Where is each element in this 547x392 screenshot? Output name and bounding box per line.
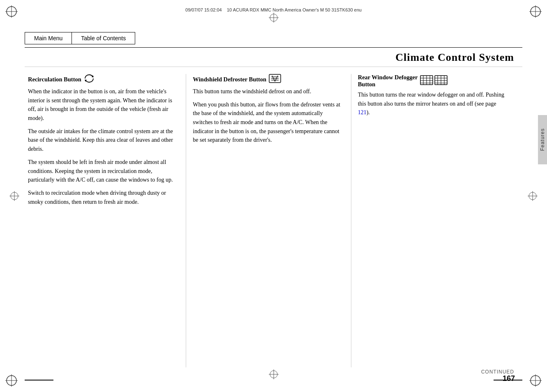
recirculation-para-1: When the indicator in the button is on, … (28, 87, 176, 123)
rear-defogger-para: This button turns the rear window defogg… (358, 90, 506, 117)
crosshair-bottom (268, 368, 280, 380)
recirculation-para-2: The outside air intakes for the climate … (28, 127, 176, 154)
title-rule (25, 67, 522, 67)
recirculation-para-4: Switch to recirculation mode when drivin… (28, 189, 176, 206)
rear-defogger-section: Rear Window Defogger Button (355, 74, 522, 367)
recirculation-title-text: Recirculation Button (28, 76, 81, 83)
crosshair-right (526, 190, 539, 202)
crosshair-left (8, 190, 21, 202)
features-tab: Features (538, 115, 547, 164)
crosshair-top (268, 12, 280, 24)
main-menu-button[interactable]: Main Menu (25, 32, 72, 44)
recirculation-icon (84, 74, 95, 85)
bottom-rule-left (25, 380, 53, 380)
corner-mark-tl (3, 3, 20, 20)
page-number: 167 (503, 374, 515, 383)
recirculation-title: Recirculation Button (28, 74, 176, 85)
corner-mark-tr (527, 3, 544, 20)
rear-defogger-title-line2: Button (358, 81, 418, 88)
features-tab-label: Features (540, 128, 545, 151)
content-area: Recirculation Button When the indicator … (25, 74, 522, 367)
rear-defogger-icon (420, 75, 448, 85)
windshield-defroster-section: Windshield Defroster Button This button … (189, 74, 351, 367)
continued-label: CONTINUED (481, 369, 514, 375)
recirculation-section: Recirculation Button When the indicator … (25, 74, 186, 367)
recirculation-para-3: The system should be left in fresh air m… (28, 158, 176, 184)
top-metadata: 09/07/07 15:02:04 10 ACURA RDX MMC North… (25, 7, 522, 12)
corner-mark-br (527, 372, 544, 389)
windshield-defroster-title-text: Windshield Defroster Button (193, 76, 266, 83)
table-of-contents-button[interactable]: Table of Contents (72, 32, 135, 44)
rear-defogger-title: Rear Window Defogger Button (358, 74, 506, 88)
corner-mark-bl (3, 372, 20, 389)
page-title: Climate Control System (0, 51, 514, 64)
rear-defogger-title-line1: Rear Window Defogger (358, 74, 418, 81)
top-rule (25, 47, 522, 48)
page-link-121[interactable]: 121 (358, 109, 367, 115)
windshield-defroster-icon (269, 74, 281, 85)
nav-buttons: Main Menu Table of Contents (25, 32, 135, 44)
windshield-defroster-title: Windshield Defroster Button (193, 74, 341, 85)
windshield-defroster-para-1: This button turns the windshield defrost… (193, 87, 341, 96)
windshield-defroster-para-2: When you push this button, air flows fro… (193, 100, 341, 145)
